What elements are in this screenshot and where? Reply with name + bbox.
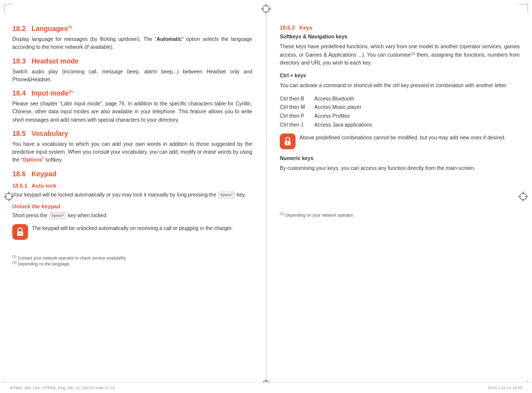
ctrl-intro: You can activate a command or shortcut w… xyxy=(280,81,520,89)
section-186-num: 18.6 xyxy=(12,170,26,178)
section-1861-num: 18.6.1 xyxy=(12,183,28,189)
section-183-num: 18.3 xyxy=(12,57,26,65)
ctrl-table: Ctrl then B Access Bluetooth Ctrl then M… xyxy=(280,95,520,130)
ctrl-row-3: Ctrl then J Access Java applications xyxy=(280,121,520,130)
unlock-icon-box: The keypad will be unlocked automaticall… xyxy=(12,224,252,240)
unlock-icon-text: The keypad will be unlocked automaticall… xyxy=(32,224,233,232)
section-1861-heading: 18.6.1 Auto lock xyxy=(12,183,252,189)
footnote-2: (2) Depending on the language. xyxy=(12,261,252,266)
numeric-body: By customising your keys, you can access… xyxy=(280,164,520,172)
section-182-title: Languages xyxy=(32,25,68,33)
ctrl-row-0: Ctrl then B Access Bluetooth xyxy=(280,95,520,103)
section-185-title: Vocabulary xyxy=(32,130,68,137)
section-184-body: Please see chapter “Latin input mode”, p… xyxy=(12,99,252,124)
svg-point-21 xyxy=(20,233,21,234)
softkeys-heading: Softkeys & Navigation keys xyxy=(280,33,520,40)
softkeys-body: These keys have predefined functions, wh… xyxy=(280,42,520,66)
ctrl-key-2: Ctrl then P xyxy=(280,112,314,121)
content-wrapper: 18.2 Languages(1) Display language for m… xyxy=(12,15,520,366)
ctrl-row-1: Ctrl then M Access Music player xyxy=(280,103,520,112)
space-key-badge-2: Space* xyxy=(49,212,66,219)
left-column: 18.2 Languages(1) Display language for m… xyxy=(12,15,266,366)
section-185-heading: 18.5 Vocabulary xyxy=(12,130,252,137)
bottom-date: 2010-7-12 11:18:05 xyxy=(488,386,522,390)
ctrl-desc-3: Access Java applications xyxy=(314,121,372,130)
bottom-file: IP2882_802_UM_YIPPEE_Eng_GB_14_100712.in… xyxy=(10,386,115,390)
section-183-heading: 18.3 Headset mode xyxy=(12,57,252,65)
section-184-sup: (2) xyxy=(68,90,73,93)
section-182-num: 18.2 xyxy=(12,25,26,33)
ctrl-icon-text: Above predefined combinations cannot be … xyxy=(299,133,506,141)
ctrl-icon-box: Above predefined combinations cannot be … xyxy=(280,133,520,149)
unlock-icon xyxy=(12,224,28,240)
ctrl-row-2: Ctrl then P Access Profiles xyxy=(280,112,520,121)
corner-mark-tr xyxy=(519,4,528,13)
ctrl-key-3: Ctrl then J xyxy=(280,121,314,130)
left-footnotes: (1) Contact your network operator to che… xyxy=(12,255,252,266)
space-key-badge-1: Space* xyxy=(218,192,235,198)
section-182-heading: 18.2 Languages(1) xyxy=(12,25,252,33)
right-column: 18.6.2 Keys Softkeys & Navigation keys T… xyxy=(266,15,520,366)
section-186-title: Keypad xyxy=(32,170,57,178)
section-184-num: 18.4 xyxy=(12,89,26,97)
svg-point-23 xyxy=(287,142,289,143)
right-footnote-1: (1) Depending on your network operator. xyxy=(280,212,520,218)
crosshair-top-icon xyxy=(261,4,271,14)
right-footnotes: (1) Depending on your network operator. xyxy=(280,212,520,218)
ctrl-heading: Ctrl + keys xyxy=(280,71,520,79)
section-183-title: Headset mode xyxy=(32,57,79,65)
section-184-title: Input mode xyxy=(32,89,68,97)
ctrl-desc-0: Access Bluetooth xyxy=(314,95,354,103)
footnote-1: (1) Contact your network operator to che… xyxy=(12,255,252,261)
section-184-heading: 18.4 Input mode(2) xyxy=(12,89,252,97)
section-185-num: 18.5 xyxy=(12,130,26,137)
ctrl-key-1: Ctrl then M xyxy=(280,103,314,112)
section-186-heading: 18.6 Keypad xyxy=(12,170,252,178)
section-185-body: You have a vocabulary to which you can a… xyxy=(12,140,252,164)
numeric-heading: Numeric keys xyxy=(280,154,520,162)
automatic-bold: Automatic xyxy=(157,36,182,42)
section-183-body: Switch audio play (incoming call, messag… xyxy=(12,67,252,84)
ctrl-desc-2: Access Profiles xyxy=(314,112,350,121)
ctrl-desc-1: Access Music player xyxy=(314,103,362,112)
unlock-body: Short press the Space* key when locked. xyxy=(12,211,252,219)
bottom-bar: IP2882_802_UM_YIPPEE_Eng_GB_14_100712.in… xyxy=(0,382,532,393)
section-182-body: Display language for messages (by flicki… xyxy=(12,35,252,51)
ctrl-icon xyxy=(280,133,296,149)
options-text: Options xyxy=(23,157,42,163)
section-1861-title: Auto lock xyxy=(32,183,56,189)
corner-mark-tl xyxy=(4,4,13,13)
section-1862-heading: 18.6.2 Keys xyxy=(280,25,520,31)
section-182-sup: (1) xyxy=(68,25,72,29)
crosshair-right-icon xyxy=(518,192,528,201)
ctrl-key-0: Ctrl then B xyxy=(280,95,314,103)
page-container: 18.2 Languages(1) Display language for m… xyxy=(0,0,532,393)
unlock-heading: Unlock the keypad xyxy=(12,203,252,209)
section-1861-body: Your keypad will be locked automatically… xyxy=(12,191,252,198)
